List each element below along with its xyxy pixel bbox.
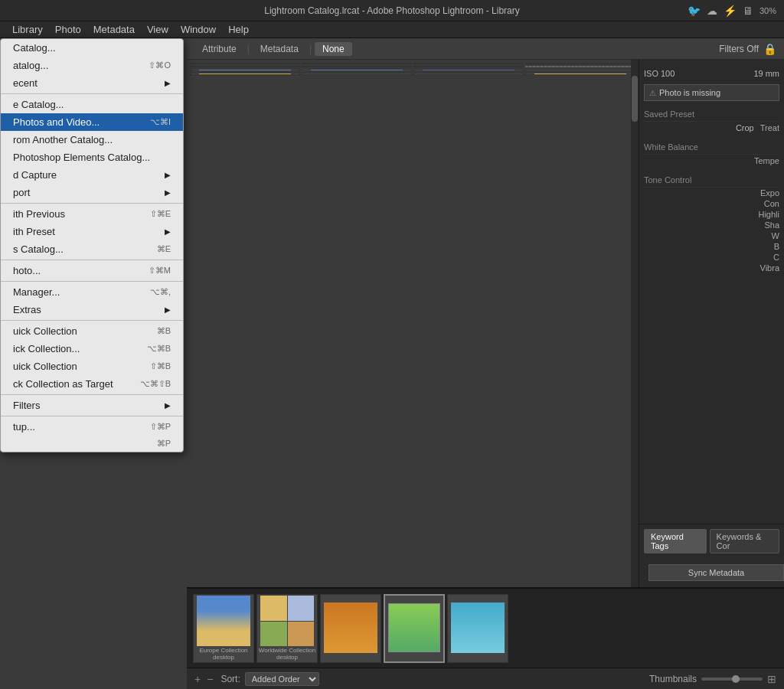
menu-view[interactable]: View — [141, 22, 175, 37]
grid-row-1: 86 ! 87 ! 88 ! — [190, 63, 635, 64]
warning-icon: ⚠ — [649, 89, 656, 97]
filter-tab-none[interactable]: None — [315, 42, 352, 56]
menu-window[interactable]: Window — [175, 22, 222, 37]
grid-cell-86[interactable]: 86 ! — [190, 63, 300, 64]
slider-thumb[interactable] — [732, 675, 740, 683]
dropdown-quick-collection3[interactable]: uick Collection ⇧⌘B — [1, 358, 183, 375]
dropdown-manager[interactable]: Manager... ⌥⌘, — [1, 283, 183, 301]
keyword-tags-tab[interactable]: Keyword Tags — [644, 529, 707, 553]
dropdown-menu: Catalog... atalog... ⇧⌘O ecent ▶ e Catal… — [0, 38, 184, 452]
filter-bar: Attribute | Metadata | None Filters Off … — [187, 38, 784, 60]
grid-cell-94[interactable]: 94 ! — [302, 66, 412, 67]
white-balance-field: White Balance — [644, 140, 779, 155]
preset-section: Saved Preset Crop Treat — [644, 107, 779, 134]
filmstrip-item-2[interactable]: Worldwide Collection desktop — [256, 594, 318, 663]
dropdown-recent[interactable]: ecent ▶ — [1, 74, 183, 92]
sync-metadata-button[interactable]: Sync Metadata — [648, 564, 784, 581]
grid-cell-201[interactable]: 201 ! — [302, 69, 412, 71]
dropdown-export[interactable]: port ▶ — [1, 184, 183, 201]
menu-library[interactable]: Library — [6, 22, 49, 37]
dropdown-extras[interactable]: Extras ▶ — [1, 301, 183, 318]
expand-icon[interactable]: ⊞ — [767, 673, 776, 685]
menu-help[interactable]: Help — [222, 22, 255, 37]
dropdown-print[interactable]: ⌘P — [1, 436, 183, 452]
tone-field: Tone Control — [644, 173, 779, 188]
dropdown-capture[interactable]: d Capture ▶ — [1, 166, 183, 184]
grid-cell-210[interactable]: ! Worldwide Collection desktop — [525, 73, 635, 75]
sort-area: Sort: Added Order Capture Time File Name — [220, 672, 318, 686]
dropdown-open-catalog[interactable]: atalog... ⇧⌘O — [1, 57, 183, 74]
cloud-icon: ☁ — [707, 5, 717, 17]
missing-photo-box: ⚠ Photo is missing — [644, 84, 779, 101]
white-label: W — [772, 231, 779, 240]
dropdown-elements-catalog[interactable]: Photoshop Elements Catalog... — [1, 149, 183, 166]
dropdown-quick-collection[interactable]: uick Collection ⌘B — [1, 322, 183, 340]
grid-cell-96[interactable]: 96 ! — [525, 66, 635, 67]
menu-photo[interactable]: Photo — [49, 22, 87, 37]
grid-row-2: 93 ! 94 ! 95 ! 96 — [190, 66, 635, 67]
grid-cell-203[interactable]: 203 ! Europe Collection desktop — [525, 69, 635, 71]
photo-grid: 86 ! 87 ! 88 ! — [187, 60, 639, 78]
crop-label: Crop — [736, 123, 754, 132]
battery-info: 30% — [760, 6, 776, 15]
content-area: 86 ! 87 ! 88 ! — [187, 60, 784, 587]
grid-row-4: 207 ! Europe Collection desktop ! — [190, 73, 635, 75]
filmstrip-item-5[interactable] — [447, 594, 508, 663]
screen-icon: 🖥 — [743, 5, 753, 17]
thumbnails-area: Thumbnails ⊞ — [649, 673, 776, 685]
grid-cell-87[interactable]: 87 ! — [302, 63, 412, 64]
grid-cell-199[interactable]: 199 ! — [190, 69, 300, 71]
dropdown-catalog[interactable]: Catalog... — [1, 39, 183, 57]
dropdown-quick-collection2[interactable]: ick Collection... ⌥⌘B — [1, 340, 183, 358]
dropdown-as-catalog[interactable]: s Catalog... ⌘E — [1, 240, 183, 258]
right-panel-top: ISO 100 19 mm ⚠ Photo is missing Saved P… — [639, 60, 784, 524]
dropdown-photo[interactable]: hoto... ⇧⌘M — [1, 262, 183, 279]
tone-section: Tone Control Expo Con Highli Sha — [644, 173, 779, 273]
grid-cell-88[interactable]: 88 ! — [413, 63, 524, 64]
sort-select[interactable]: Added Order Capture Time File Name — [245, 672, 319, 686]
scroll-track[interactable] — [631, 60, 639, 587]
separator-5 — [1, 320, 183, 321]
right-panel: ISO 100 19 mm ⚠ Photo is missing Saved P… — [639, 60, 784, 587]
sync-metadata-container: Sync Metadata — [639, 558, 784, 587]
grid-cell-208[interactable]: ! Worldwide Collection desktop — [302, 73, 412, 75]
scroll-thumb[interactable] — [632, 76, 638, 122]
grid-cell-209[interactable]: ! Worldwide Collection desktop — [413, 73, 524, 75]
dropdown-setup[interactable]: tup... ⇧⌘P — [1, 418, 183, 436]
separator-3 — [1, 260, 183, 260]
filmstrip-item-4[interactable] — [384, 594, 445, 663]
filmstrip-item-3[interactable] — [320, 594, 381, 663]
filter-tab-metadata[interactable]: Metadata — [253, 42, 306, 56]
exif-section: ISO 100 19 mm ⚠ Photo is missing — [644, 66, 779, 101]
filmstrip-item-1[interactable]: Europe Collection desktop — [193, 594, 254, 663]
grid-cell-89[interactable]: 89 ! — [525, 63, 635, 64]
temp-label: Tempe — [754, 156, 779, 165]
dropdown-filters[interactable]: Filters ▶ — [1, 397, 183, 414]
lock-icon[interactable]: 🔒 — [763, 43, 776, 55]
bottom-icons: + − — [194, 673, 213, 685]
thumbnail-size-slider[interactable] — [701, 678, 763, 681]
dropdown-with-previous[interactable]: ith Previous ⇧⌘E — [1, 205, 183, 223]
filter-tab-attribute[interactable]: Attribute — [194, 42, 244, 56]
minus-icon[interactable]: − — [207, 673, 213, 685]
dropdown-with-preset[interactable]: ith Preset ▶ — [1, 223, 183, 240]
menu-bar: Library Photo Metadata View Window Help — [0, 21, 784, 38]
grid-cell-95[interactable]: 95 ! — [413, 66, 524, 67]
add-icon[interactable]: + — [194, 673, 201, 685]
dropdown-new-catalog[interactable]: e Catalog... — [1, 96, 183, 113]
separator-6 — [1, 394, 183, 395]
filter-right: Filters Off 🔒 — [719, 43, 776, 55]
grid-cell-202[interactable]: 202 ! — [413, 69, 524, 71]
missing-photo-text: Photo is missing — [659, 88, 720, 97]
separator-1 — [1, 93, 183, 94]
dropdown-another-catalog[interactable]: rom Another Catalog... — [1, 131, 183, 149]
grid-cell-93[interactable]: 93 ! — [190, 66, 300, 67]
dropdown-photos-video[interactable]: Photos and Video... ⌥⌘I — [1, 113, 183, 131]
menu-metadata[interactable]: Metadata — [87, 22, 141, 37]
grid-cell-207[interactable]: 207 ! Europe Collection desktop — [190, 73, 300, 75]
bottom-bar: + − Sort: Added Order Capture Time File … — [187, 668, 784, 689]
keywords-cor-tab[interactable]: Keywords & Cor — [710, 529, 779, 553]
dropdown-collection-target[interactable]: ck Collection as Target ⌥⌘⇧B — [1, 375, 183, 393]
title-bar-icons: 🐦 ☁ ⚡ 🖥 30% — [688, 5, 776, 17]
exposure-label: Expo — [760, 188, 779, 198]
